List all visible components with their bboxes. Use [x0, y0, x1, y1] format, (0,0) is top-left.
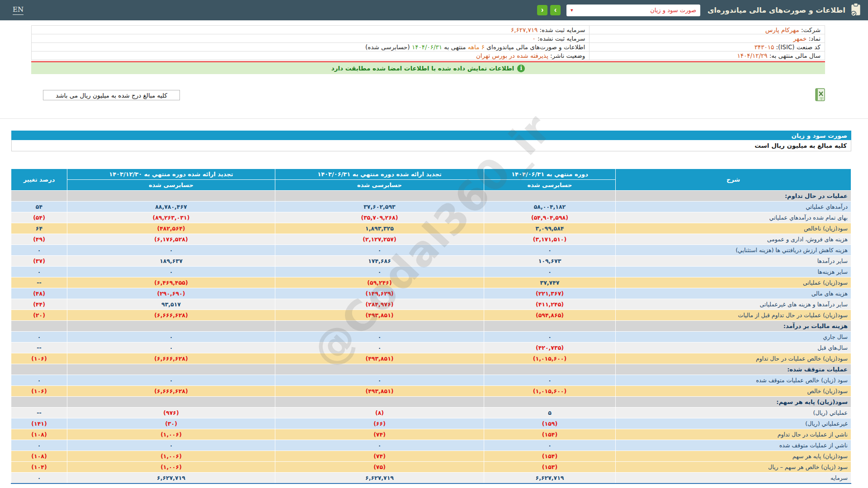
cell-value: (۱۰۴) — [11, 462, 67, 473]
header-audited-2: حسابرسی شده — [275, 180, 484, 191]
info-icon: i — [517, 65, 525, 72]
row-label: ناشي از عملیات در حال تداوم — [616, 429, 851, 440]
table-row: سود(زیان) خالص عملیات در حال تداوم(۱,۰۱۵… — [11, 353, 851, 364]
statement-section: صورت سود و زیان کلیه مبالغ به میلیون ریا… — [11, 131, 851, 484]
cell-value: (۳۷) — [11, 256, 67, 267]
row-label: غیرعملياتي (ریال) — [616, 418, 851, 429]
previous-report-button[interactable]: ‹ — [537, 5, 547, 15]
banner-text: اطلاعات نمایش داده شده با اطلاعات امضا ش… — [331, 65, 514, 72]
table-row: سایر درآمدها۱۰۹,۶۷۳۱۷۴,۶۸۶۱۸۹,۶۳۷(۳۷) — [11, 256, 851, 267]
cell-value: ۰ — [275, 440, 484, 451]
unregistered-capital-cell: سرمایه ثبت نشده: ۰ — [32, 34, 590, 43]
cell-value: ۰ — [67, 245, 275, 256]
row-label: سال جاري — [616, 332, 851, 343]
row-label: ناشي از عملیات متوقف شده — [616, 440, 851, 451]
row-label: سود(زیان) عملیات در حال تداوم قبل از مال… — [616, 310, 851, 321]
fiscal-year-value: ۱۴۰۴/۱۲/۲۹ — [737, 52, 767, 59]
period-length: ۶ ماهه — [468, 43, 485, 51]
cell-value — [484, 191, 616, 202]
info-row-company: شرکت: مهرکام پارس سرمایه ثبت شده: ۶,۶۲۷,… — [32, 26, 825, 34]
section-header-row: سود(زیان) پایه هر سهم: — [11, 397, 851, 408]
clipboard-check-icon — [850, 3, 862, 18]
cell-value: ۰ — [11, 332, 67, 343]
cell-value: (۵۹,۲۴۶) — [275, 277, 484, 288]
report-type-dropdown[interactable]: صورت سود و زیان ▾ — [566, 5, 700, 16]
table-row: غیرعملياتي (ریال)(۱۵۹)(۶۶)(۳۰)(۱۴۱) — [11, 418, 851, 429]
section-header-row: عملیات متوقف شده: — [11, 364, 851, 375]
cell-value: ۰ — [275, 343, 484, 353]
cell-value: ۳۷,۶۰۲,۵۹۳ — [275, 202, 484, 212]
symbol-cell: نماد: خمهر — [590, 34, 825, 43]
section-divider — [0, 118, 868, 119]
issuer-status-label: وضعیت ناشر: — [550, 52, 585, 59]
row-label: سایر هزینه‌ها — [616, 267, 851, 277]
cell-value: (۲۹۰,۶۹۰) — [67, 288, 275, 299]
cell-value — [275, 364, 484, 375]
cell-value: (۶,۴۶۹,۴۵۵) — [67, 277, 275, 288]
symbol-label: نماد: — [809, 35, 821, 42]
company-value: مهرکام پارس — [765, 26, 799, 33]
cell-value: ۰ — [484, 267, 616, 277]
period-end-date: ۱۴۰۴/۰۶/۳۱ — [412, 43, 442, 51]
cell-value: (۱۵۴) — [484, 429, 616, 440]
table-row: سال جاري۰۰۰۰ — [11, 332, 851, 343]
cell-value: (۱,۰۰۶) — [67, 451, 275, 462]
cell-value: (۲۰) — [11, 310, 67, 321]
cell-value: ۰ — [67, 267, 275, 277]
cell-value: (۴۸) — [11, 288, 67, 299]
next-report-button[interactable]: › — [550, 5, 561, 15]
cell-value — [11, 364, 67, 375]
header-description: شرح — [616, 169, 851, 191]
cell-value — [67, 191, 275, 202]
income-statement-table: شرح دوره منتهي به ۱۴۰۴/۰۶/۳۱ تجدید ارائه… — [11, 169, 851, 484]
row-label: عملیات متوقف شده: — [616, 364, 851, 375]
dropdown-selected-value: صورت سود و زیان — [650, 7, 696, 14]
cell-value: (۷۴) — [275, 429, 484, 440]
cell-value — [11, 321, 67, 332]
excel-export-icon[interactable] — [814, 88, 826, 102]
cell-value: ۰ — [11, 375, 67, 386]
header-period-restated-midyear: تجدید ارائه شده دوره منتهي به ۱۴۰۳/۰۶/۳۱ — [275, 169, 484, 180]
header-audited-1: حسابرسی شده — [484, 180, 616, 191]
units-note-text: کلیه مبالغ درج شده به میلیون ریال می باش… — [56, 92, 167, 99]
cell-value — [67, 364, 275, 375]
isic-label: کد صنعت (ISIC): — [776, 43, 821, 51]
registered-capital-cell: سرمایه ثبت شده: ۶,۶۲۷,۷۱۹ — [32, 26, 590, 34]
company-info-table: شرکت: مهرکام پارس سرمایه ثبت شده: ۶,۶۲۷,… — [31, 25, 825, 60]
codal-interim-statement-page: { "colors": { "topbar": "#3d5562", "acce… — [0, 0, 868, 488]
cell-value — [67, 321, 275, 332]
cell-value: (۲۲۱,۳۶۷) — [484, 288, 616, 299]
cell-value: (۴۹۳,۸۵۱) — [275, 353, 484, 364]
statement-title-bar: صورت سود و زیان — [11, 131, 851, 140]
row-label: درآمدهاي عملياتي — [616, 202, 851, 212]
issuer-status-cell: وضعیت ناشر: پذیرفته شده در بورس تهران — [32, 52, 590, 60]
cell-value: (۱۴۱) — [11, 418, 67, 429]
cell-value: ۰ — [67, 440, 275, 451]
row-label: سال‌هاي قبل — [616, 343, 851, 353]
period-mid: منتهی به — [444, 43, 466, 51]
cell-value: (۴۹) — [11, 234, 67, 245]
table-row: سود(زیان) خالص(۱,۰۱۵,۶۰۰)(۴۹۳,۸۵۱)(۶,۶۶۶… — [11, 386, 851, 397]
cell-value: (۱۵۹) — [484, 418, 616, 429]
isic-value: ۳۴۳۰۱۵ — [755, 43, 774, 51]
table-row: ناشي از عملیات در حال تداوم(۱۵۴)(۷۴)(۱,۰… — [11, 429, 851, 440]
cell-value — [11, 191, 67, 202]
row-label: سود(زیان) پایه هر سهم: — [616, 397, 851, 408]
row-label: سود(زیان) عملياتی — [616, 277, 851, 288]
table-row: سرمایه۶,۶۲۷,۷۱۹۶,۶۲۷,۷۱۹۶,۶۲۷,۷۱۹۰ — [11, 473, 851, 483]
cell-value: -- — [11, 277, 67, 288]
cell-value: ۱,۸۹۳,۳۲۵ — [275, 223, 484, 234]
cell-value: ۰ — [484, 375, 616, 386]
language-toggle-en[interactable]: EN — [13, 5, 24, 15]
cell-value — [275, 397, 484, 408]
cell-value: (۶,۶۶۶,۶۲۸) — [67, 310, 275, 321]
cell-value: (۶,۱۷۶,۵۲۸) — [67, 234, 275, 245]
cell-value: (۴۸۲,۵۶۴) — [67, 223, 275, 234]
row-label: سایر درآمدها و هزینه های غیرعملیاتی — [616, 299, 851, 310]
table-row: سایر درآمدها و هزینه های غیرعملیاتی(۴۱۱,… — [11, 299, 851, 310]
cell-value: (۹۷۶) — [67, 408, 275, 418]
table-row: سایر هزینه‌ها۰۰۰۰ — [11, 267, 851, 277]
cell-value: ۶,۶۲۷,۷۱۹ — [67, 473, 275, 483]
info-row-symbol: نماد: خمهر سرمایه ثبت نشده: ۰ — [32, 34, 825, 43]
symbol-value: خمهر — [793, 35, 807, 42]
